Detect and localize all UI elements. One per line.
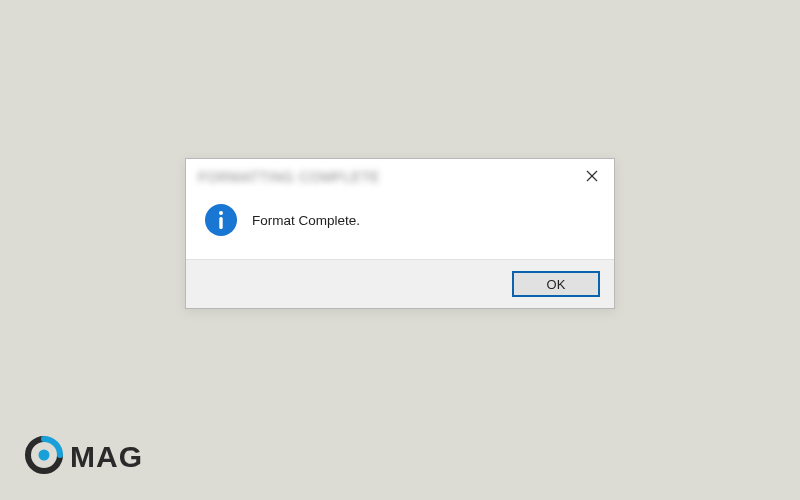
close-icon	[586, 170, 598, 185]
svg-point-3	[219, 211, 223, 215]
info-icon	[204, 203, 238, 237]
dialog-message: Format Complete.	[252, 213, 360, 228]
watermark-text: MAG	[70, 440, 143, 474]
titlebar: FORMATTING COMPLETE	[186, 159, 614, 195]
dialog-box: FORMATTING COMPLETE Format Complete. OK	[185, 158, 615, 309]
dialog-footer: OK	[186, 259, 614, 308]
svg-point-5	[39, 450, 50, 461]
dialog-content: Format Complete.	[186, 195, 614, 259]
dialog-title: FORMATTING COMPLETE	[198, 169, 380, 185]
close-button[interactable]	[570, 159, 614, 195]
logo-icon	[24, 435, 64, 478]
svg-rect-4	[219, 217, 222, 229]
watermark-logo: MAG	[24, 435, 143, 478]
ok-button[interactable]: OK	[512, 271, 600, 297]
